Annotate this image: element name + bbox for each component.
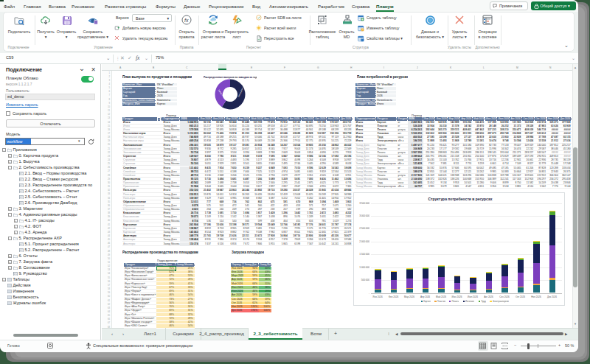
svg-text:fx: fx [184,18,189,23]
